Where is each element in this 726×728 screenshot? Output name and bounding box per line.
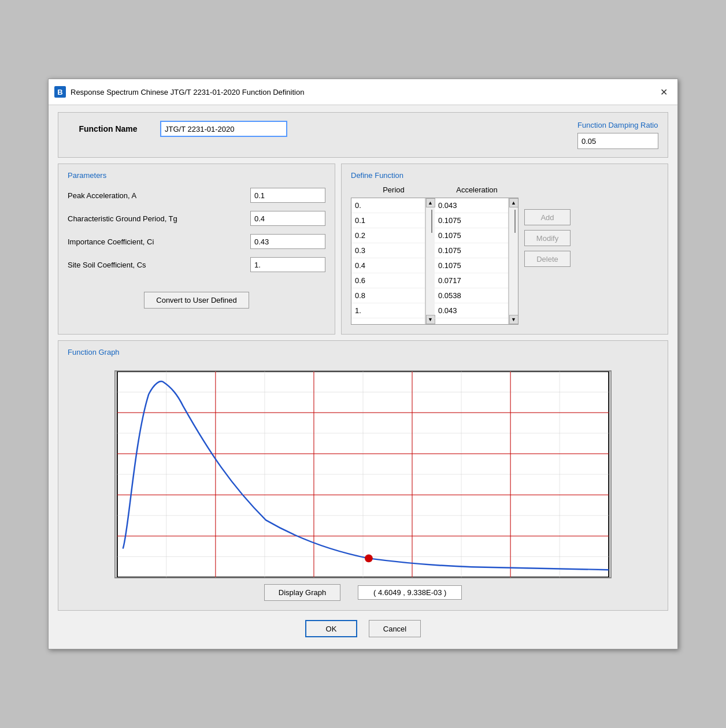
window-title: Response Spectrum Chinese JTG/T 2231-01-… xyxy=(71,88,651,96)
table-and-buttons: 0.0.10.20.30.40.60.81. ▲ ▼ 0.0430.10750.… xyxy=(351,198,658,325)
ok-button[interactable]: OK xyxy=(305,620,357,637)
accel-col-header: Acceleration xyxy=(436,185,517,194)
param-label: Characteristic Ground Period, Tg xyxy=(68,214,245,223)
graph-canvas xyxy=(114,370,612,578)
table-row[interactable]: 0.4 xyxy=(351,258,425,273)
period-scrollbar: ▲ ▼ xyxy=(425,198,435,324)
content-area: Function Name Function Damping Ratio Par… xyxy=(49,105,677,649)
function-name-row: Function Name xyxy=(68,121,577,137)
function-graph-title: Function Graph xyxy=(68,348,658,356)
function-name-label: Function Name xyxy=(68,124,149,133)
period-scroll-down[interactable]: ▼ xyxy=(426,315,435,324)
parameters-title: Parameters xyxy=(68,171,325,180)
table-row[interactable]: 0. xyxy=(351,198,425,213)
table-row[interactable]: 0.6 xyxy=(351,273,425,288)
period-col-header: Period xyxy=(353,185,434,194)
svg-point-28 xyxy=(365,554,373,562)
table-row[interactable]: 0.1 xyxy=(351,213,425,228)
convert-to-user-defined-button[interactable]: Convert to User Defined xyxy=(144,292,249,309)
app-icon: B xyxy=(54,86,66,98)
accel-scroll-up[interactable]: ▲ xyxy=(509,198,518,207)
action-buttons: Add Modify Delete xyxy=(524,198,571,325)
table-row[interactable]: 0.3 xyxy=(351,243,425,258)
table-row[interactable]: 0.1075 xyxy=(435,243,508,258)
damping-section: Function Damping Ratio xyxy=(577,121,658,149)
period-column: 0.0.10.20.30.40.60.81. xyxy=(351,198,425,324)
param-row: Importance Coefficient, Ci xyxy=(68,234,325,249)
delete-button[interactable]: Delete xyxy=(524,251,571,267)
function-name-input[interactable] xyxy=(160,121,287,137)
parameters-panel: Parameters Peak Acceleration, A Characte… xyxy=(58,164,335,335)
param-label: Peak Acceleration, A xyxy=(68,191,245,200)
add-button[interactable]: Add xyxy=(524,209,571,225)
table-row[interactable]: 0.1075 xyxy=(435,213,508,228)
table-row[interactable]: 0.1075 xyxy=(435,258,508,273)
function-graph-section: Function Graph xyxy=(58,340,668,611)
data-table-wrapper: 0.0.10.20.30.40.60.81. ▲ ▼ 0.0430.10750.… xyxy=(351,198,518,325)
graph-svg xyxy=(116,372,610,577)
modify-button[interactable]: Modify xyxy=(524,230,571,246)
close-button[interactable]: ✕ xyxy=(655,84,672,100)
top-section: Function Name Function Damping Ratio xyxy=(58,112,668,158)
main-window: B Response Spectrum Chinese JTG/T 2231-0… xyxy=(48,79,678,649)
param-row: Characteristic Ground Period, Tg xyxy=(68,211,325,226)
table-row[interactable]: 0.0717 xyxy=(435,273,508,288)
table-row[interactable]: 1. xyxy=(351,303,425,318)
accel-scroll-down[interactable]: ▼ xyxy=(509,315,518,324)
table-row[interactable]: 0.043 xyxy=(435,198,508,213)
period-scroll-up[interactable]: ▲ xyxy=(426,198,435,207)
column-headers: Period Acceleration xyxy=(351,185,658,194)
param-input[interactable] xyxy=(250,234,325,249)
accel-column: 0.0430.10750.10750.10750.10750.07170.053… xyxy=(435,198,509,324)
damping-ratio-input[interactable] xyxy=(577,133,658,149)
param-input[interactable] xyxy=(250,257,325,272)
title-bar: B Response Spectrum Chinese JTG/T 2231-0… xyxy=(49,79,677,105)
param-input[interactable] xyxy=(250,211,325,226)
param-label: Site Soil Coefficient, Cs xyxy=(68,261,245,269)
display-graph-button[interactable]: Display Graph xyxy=(264,584,340,601)
param-rows: Peak Acceleration, A Characteristic Grou… xyxy=(68,188,325,280)
table-row[interactable]: 0.0538 xyxy=(435,288,508,303)
damping-ratio-label: Function Damping Ratio xyxy=(577,121,658,129)
middle-section: Parameters Peak Acceleration, A Characte… xyxy=(58,164,668,335)
param-label: Importance Coefficient, Ci xyxy=(68,237,245,246)
define-function-title: Define Function xyxy=(351,171,658,180)
table-row[interactable]: 0.8 xyxy=(351,288,425,303)
data-table: 0.0.10.20.30.40.60.81. ▲ ▼ 0.0430.10750.… xyxy=(351,198,518,324)
graph-controls: Display Graph ( 4.6049 , 9.338E-03 ) xyxy=(68,584,658,601)
footer-buttons: OK Cancel xyxy=(58,616,668,640)
table-row[interactable]: 0.2 xyxy=(351,228,425,243)
coordinates-display: ( 4.6049 , 9.338E-03 ) xyxy=(358,585,462,600)
define-function-panel: Define Function Period Acceleration 0.0.… xyxy=(341,164,668,335)
accel-scrollbar: ▲ ▼ xyxy=(509,198,518,324)
param-input[interactable] xyxy=(250,188,325,203)
table-row[interactable]: 0.1075 xyxy=(435,228,508,243)
param-row: Site Soil Coefficient, Cs xyxy=(68,257,325,272)
cancel-button[interactable]: Cancel xyxy=(369,620,421,637)
table-row[interactable]: 0.043 xyxy=(435,303,508,318)
param-row: Peak Acceleration, A xyxy=(68,188,325,203)
